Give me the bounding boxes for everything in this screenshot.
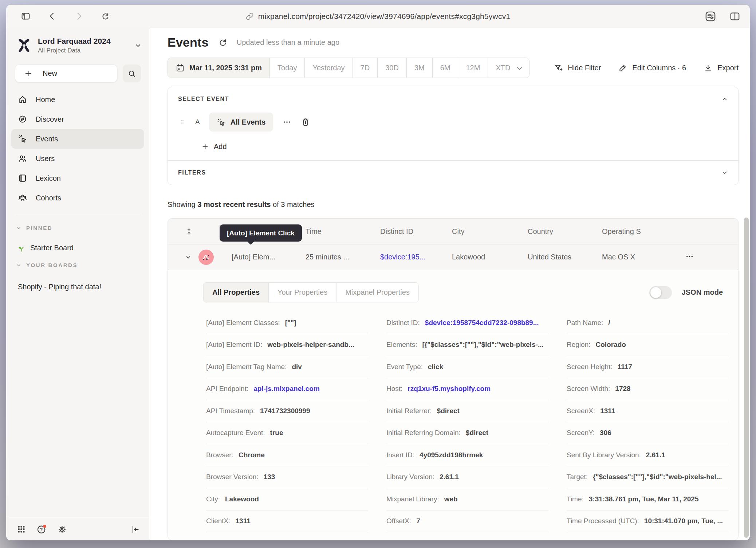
project-switcher[interactable]: Lord Farquaad 2024 All Project Data bbox=[16, 37, 142, 54]
pencil-icon bbox=[618, 63, 627, 73]
hide-filter-button[interactable]: Hide Filter bbox=[554, 63, 601, 73]
property-row: Insert ID: 4y095zdd198hrmek bbox=[386, 444, 548, 466]
nav-icon bbox=[18, 95, 27, 104]
new-button-label: New bbox=[43, 69, 57, 78]
date-range-segment[interactable]: 6M bbox=[432, 58, 458, 78]
date-range-segment[interactable]: Yesterday bbox=[304, 58, 352, 78]
address-bar[interactable]: mixpanel.com/project/3472420/view/397469… bbox=[246, 12, 510, 21]
chevron-down-icon bbox=[16, 225, 21, 231]
property-value: true bbox=[270, 429, 283, 437]
property-label: API Timestamp: bbox=[206, 407, 255, 415]
date-range-selected[interactable]: Mar 11, 2025 3:31 pm bbox=[168, 58, 269, 78]
refresh-icon[interactable] bbox=[218, 38, 227, 47]
project-subtitle: All Project Data bbox=[38, 47, 111, 54]
property-value: Colorado bbox=[596, 341, 626, 349]
property-label: API Endpoint: bbox=[206, 385, 248, 393]
forward-icon[interactable] bbox=[74, 11, 84, 21]
property-row: API Timestamp: 1741732300999 bbox=[206, 400, 368, 422]
date-range-segment[interactable]: 12M bbox=[458, 58, 488, 78]
calendar-icon bbox=[176, 63, 185, 73]
sidebar-footer: ? bbox=[6, 518, 149, 540]
your-boards-section-header[interactable]: YOUR BOARDS bbox=[16, 262, 140, 268]
pinned-list: Starter Board bbox=[6, 231, 149, 253]
date-range-segment[interactable]: Today bbox=[269, 58, 304, 78]
properties-column-3: Path Name: / Region: Colorado Screen Hei… bbox=[567, 312, 729, 540]
export-button[interactable]: Export bbox=[704, 63, 739, 73]
property-label: Browser Version: bbox=[206, 473, 259, 481]
more-options-icon[interactable] bbox=[282, 117, 292, 127]
sidebar-toggle-icon[interactable] bbox=[21, 11, 31, 21]
add-event-button[interactable]: Add bbox=[201, 142, 227, 151]
column-header-distinct-id[interactable]: Distinct ID bbox=[377, 227, 449, 236]
cell-distinct-id[interactable]: $device:195... bbox=[377, 253, 449, 261]
gear-icon[interactable] bbox=[57, 524, 67, 534]
search-button[interactable] bbox=[123, 64, 141, 82]
date-range-segment[interactable]: 3M bbox=[406, 58, 432, 78]
sidebar-item[interactable]: Home bbox=[11, 90, 144, 109]
property-row: Mixpanel Library: web bbox=[386, 488, 548, 510]
properties-tab[interactable]: Mixpanel Properties bbox=[336, 283, 418, 302]
back-icon[interactable] bbox=[47, 11, 57, 21]
new-button[interactable]: New bbox=[15, 64, 117, 82]
board-item[interactable]: Shopify - Piping that data! bbox=[18, 283, 140, 291]
column-header-os[interactable]: Operating S bbox=[599, 227, 678, 236]
cell-event: [Auto] Elem... bbox=[225, 253, 303, 261]
property-value: 7 bbox=[416, 517, 420, 525]
json-mode-toggle[interactable] bbox=[649, 286, 672, 299]
property-label: Insert ID: bbox=[386, 451, 414, 459]
property-label: Initial Referrer: bbox=[386, 407, 432, 415]
properties-tab[interactable]: Your Properties bbox=[268, 283, 336, 302]
edit-columns-button[interactable]: Edit Columns · 6 bbox=[618, 63, 686, 73]
split-view-icon[interactable] bbox=[729, 11, 740, 22]
table-row[interactable]: [Auto] Elem... 25 minutes ... $device:19… bbox=[168, 244, 738, 270]
reload-icon[interactable] bbox=[101, 11, 110, 21]
property-value: 133 bbox=[264, 473, 275, 481]
column-header-country[interactable]: Country bbox=[525, 227, 599, 236]
collapse-sidebar-icon[interactable] bbox=[131, 525, 140, 534]
sidebar-item[interactable]: Lexicon bbox=[11, 168, 144, 188]
sidebar-item[interactable]: Events bbox=[11, 129, 144, 149]
pin-column-icon[interactable] bbox=[185, 227, 193, 236]
property-row: Distinct ID: $device:1958754cdd7232-098b… bbox=[386, 312, 548, 334]
column-header-time[interactable]: Time bbox=[303, 227, 377, 236]
nav-icon bbox=[18, 114, 27, 124]
property-value: $direct bbox=[437, 407, 460, 415]
date-range-segment[interactable]: 7D bbox=[353, 58, 378, 78]
row-more-icon[interactable] bbox=[685, 252, 694, 261]
properties-tab[interactable]: All Properties bbox=[203, 283, 268, 302]
trash-icon[interactable] bbox=[301, 117, 310, 127]
property-label: [Auto] Element Tag Name: bbox=[206, 363, 287, 371]
svg-text:?: ? bbox=[40, 527, 43, 532]
property-label: Event Type: bbox=[386, 363, 423, 371]
page-scrollbar[interactable] bbox=[744, 218, 749, 538]
sidebar-nav: Home Discover Events Users Lexic bbox=[11, 90, 144, 208]
sidebar-item[interactable]: Discover bbox=[11, 109, 144, 129]
pinned-board-item[interactable]: Starter Board bbox=[17, 243, 140, 253]
property-row: Sent By Library Version: 2.61.1 bbox=[567, 444, 729, 466]
filters-header[interactable]: FILTERS bbox=[178, 169, 728, 176]
drag-handle-icon[interactable] bbox=[178, 117, 186, 127]
date-range-segment[interactable]: 30D bbox=[377, 58, 406, 78]
sidebar-item-label: Events bbox=[36, 135, 58, 143]
event-selector-chip[interactable]: All Events bbox=[209, 113, 273, 132]
property-value: 2.61.1 bbox=[646, 451, 665, 459]
cell-time: 25 minutes ... bbox=[303, 253, 377, 261]
tune-icon[interactable] bbox=[705, 11, 716, 22]
property-label: Host: bbox=[386, 385, 402, 393]
expand-row-icon[interactable] bbox=[185, 254, 192, 261]
date-range-segment[interactable]: XTD bbox=[488, 58, 529, 78]
sidebar-item[interactable]: Users bbox=[11, 149, 144, 168]
help-icon[interactable]: ? bbox=[36, 524, 47, 535]
browser-window: mixpanel.com/project/3472420/view/397469… bbox=[6, 5, 750, 540]
column-header-city[interactable]: City bbox=[449, 227, 525, 236]
nav-icon bbox=[18, 154, 27, 163]
apps-grid-icon[interactable] bbox=[16, 524, 26, 534]
sidebar-item[interactable]: Cohorts bbox=[11, 188, 144, 208]
sidebar: Lord Farquaad 2024 All Project Data New bbox=[6, 28, 149, 540]
select-event-header[interactable]: SELECT EVENT bbox=[178, 96, 728, 102]
pinned-section-header[interactable]: PINNED bbox=[16, 225, 140, 231]
property-value: 1728 bbox=[615, 385, 630, 393]
property-row: ScreenY: 306 bbox=[567, 422, 729, 445]
nav-icon bbox=[18, 193, 27, 203]
plus-icon bbox=[201, 143, 209, 150]
